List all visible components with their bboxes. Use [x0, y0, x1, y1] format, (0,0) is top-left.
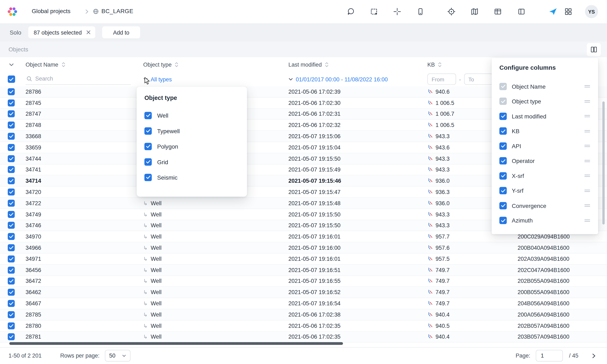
- target-icon[interactable]: [447, 7, 456, 16]
- selected-objects-chip[interactable]: 87 objects selected: [28, 26, 95, 38]
- select-all-checkbox[interactable]: [8, 76, 15, 83]
- column-config-item[interactable]: API: [499, 139, 590, 154]
- configure-columns-button[interactable]: [587, 43, 601, 56]
- table-row[interactable]: 36467 ↳Well 2021-05-07 19:16:54 749.7 20…: [0, 298, 607, 309]
- row-checkbox[interactable]: [8, 133, 14, 140]
- table-row[interactable]: 36462 ↳Well 2021-05-07 19:16:52 749.7 20…: [0, 287, 607, 298]
- row-checkbox[interactable]: [8, 255, 14, 262]
- column-checkbox[interactable]: [499, 142, 507, 150]
- horizontal-scrollbar[interactable]: [9, 342, 343, 345]
- drag-handle-icon[interactable]: [584, 144, 590, 148]
- column-config-item[interactable]: Operator: [499, 153, 590, 168]
- row-checkbox[interactable]: [8, 166, 14, 173]
- type-option[interactable]: Well: [144, 108, 239, 123]
- select-menu-chevron-icon[interactable]: [9, 63, 14, 66]
- apps-grid-icon[interactable]: [564, 7, 573, 16]
- row-checkbox[interactable]: [8, 278, 14, 285]
- add-to-button[interactable]: Add to: [102, 26, 140, 38]
- table-row[interactable]: 36456 ↳Well 2021-05-07 19:16:51 749.7 20…: [0, 265, 607, 276]
- row-checkbox[interactable]: [8, 144, 14, 151]
- column-config-item[interactable]: Last modified: [499, 109, 590, 124]
- row-checkbox[interactable]: [8, 200, 14, 207]
- type-option[interactable]: Typewell: [144, 123, 239, 138]
- row-checkbox[interactable]: [8, 88, 14, 95]
- column-header-object-type[interactable]: Object type: [143, 62, 171, 68]
- option-checkbox[interactable]: [144, 143, 152, 150]
- option-checkbox[interactable]: [144, 127, 152, 134]
- drag-handle-icon[interactable]: [584, 84, 590, 89]
- column-checkbox[interactable]: [499, 202, 507, 209]
- column-checkbox[interactable]: [499, 127, 507, 135]
- kb-from-input[interactable]: [427, 74, 456, 85]
- page-number-input[interactable]: [536, 350, 563, 362]
- column-config-item[interactable]: Azimuth: [499, 213, 590, 228]
- layout-columns-icon[interactable]: [517, 7, 526, 16]
- row-checkbox[interactable]: [8, 289, 14, 296]
- option-checkbox[interactable]: [144, 174, 152, 181]
- send-plane-icon[interactable]: [548, 7, 557, 16]
- crosshair-icon[interactable]: [393, 7, 401, 16]
- column-config-item[interactable]: Convergence: [499, 198, 590, 213]
- date-range-filter-link[interactable]: 01/01/2017 00:00 - 11/08/2022 16:00: [288, 76, 387, 82]
- row-checkbox[interactable]: [8, 155, 14, 162]
- app-logo-icon[interactable]: [7, 6, 18, 17]
- column-config-item[interactable]: Object Name: [499, 79, 590, 94]
- column-checkbox[interactable]: [499, 157, 507, 165]
- row-checkbox[interactable]: [8, 311, 14, 318]
- clear-selection-icon[interactable]: [86, 30, 90, 34]
- row-checkbox[interactable]: [8, 177, 14, 184]
- row-checkbox[interactable]: [8, 300, 14, 307]
- object-name-search[interactable]: [26, 74, 131, 84]
- column-config-item[interactable]: Y-srf: [499, 183, 590, 198]
- column-checkbox[interactable]: [499, 98, 507, 105]
- drag-handle-icon[interactable]: [584, 189, 590, 193]
- table-row[interactable]: 34971 ↳Well 2021-05-07 19:16:01 957.5 20…: [0, 253, 607, 265]
- table-row[interactable]: 28780 ↳Well 2021-05-06 17:02:35 940.5 20…: [0, 320, 607, 332]
- rows-per-page-select[interactable]: 50: [105, 350, 130, 362]
- row-checkbox[interactable]: [8, 111, 14, 117]
- mobile-device-icon[interactable]: [416, 7, 425, 16]
- column-header-kb[interactable]: KB: [427, 62, 435, 68]
- spreadsheet-icon[interactable]: [493, 7, 502, 16]
- table-row[interactable]: 36472 ↳Well 2021-05-07 19:16:55 749.7 20…: [0, 276, 607, 287]
- sort-object-type-icon[interactable]: [175, 62, 179, 68]
- column-config-item[interactable]: KB: [499, 124, 590, 139]
- type-option[interactable]: Grid: [144, 154, 239, 169]
- drag-handle-icon[interactable]: [584, 99, 590, 103]
- row-checkbox[interactable]: [8, 244, 14, 251]
- row-checkbox[interactable]: [8, 99, 14, 106]
- sort-kb-icon[interactable]: [438, 62, 442, 68]
- drag-handle-icon[interactable]: [584, 174, 590, 178]
- drag-handle-icon[interactable]: [584, 159, 590, 163]
- type-filter-link[interactable]: All types: [143, 76, 172, 82]
- next-page-button[interactable]: [588, 351, 598, 361]
- drag-handle-icon[interactable]: [584, 219, 590, 222]
- type-option[interactable]: Polygon: [144, 139, 239, 154]
- column-header-object-name[interactable]: Object Name: [26, 62, 58, 68]
- column-checkbox[interactable]: [499, 187, 507, 194]
- column-header-last-modified[interactable]: Last modified: [288, 62, 322, 68]
- table-row[interactable]: 28781 ↳Well 2021-05-06 17:02:35 940.4 20…: [0, 332, 607, 343]
- row-checkbox[interactable]: [8, 222, 14, 229]
- option-checkbox[interactable]: [144, 158, 152, 166]
- column-checkbox[interactable]: [499, 217, 507, 224]
- circle-select-icon[interactable]: [346, 7, 355, 16]
- column-checkbox[interactable]: [499, 83, 507, 90]
- user-avatar[interactable]: YS: [585, 5, 598, 18]
- row-checkbox[interactable]: [8, 211, 14, 218]
- table-row[interactable]: 28785 ↳Well 2021-05-06 17:02:38 940.4 20…: [0, 309, 607, 321]
- column-checkbox[interactable]: [499, 172, 507, 179]
- drag-handle-icon[interactable]: [584, 129, 590, 133]
- drag-handle-icon[interactable]: [584, 204, 590, 208]
- option-checkbox[interactable]: [144, 112, 152, 119]
- sort-object-name-icon[interactable]: [61, 62, 65, 68]
- column-checkbox[interactable]: [499, 113, 507, 120]
- rect-select-icon[interactable]: [370, 7, 378, 16]
- row-checkbox[interactable]: [8, 189, 14, 195]
- row-checkbox[interactable]: [8, 322, 14, 329]
- row-checkbox[interactable]: [8, 267, 14, 273]
- column-config-item[interactable]: X-srf: [499, 168, 590, 183]
- drag-handle-icon[interactable]: [584, 114, 590, 118]
- row-checkbox[interactable]: [8, 122, 14, 129]
- column-config-item[interactable]: Object type: [499, 94, 590, 109]
